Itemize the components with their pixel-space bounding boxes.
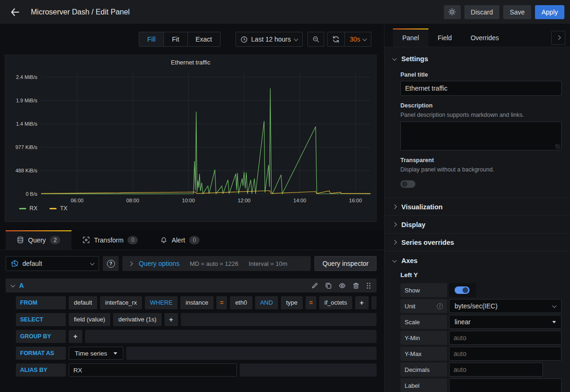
time-range-picker[interactable]: Last 12 hours (235, 32, 303, 47)
copy-icon[interactable] (325, 282, 332, 289)
where-operator[interactable]: = (216, 296, 228, 309)
ymax-input[interactable] (449, 347, 562, 361)
panel-title[interactable]: Ethernet traffic (5, 55, 376, 66)
fill-button[interactable]: Fill (139, 32, 164, 46)
from-label[interactable]: FROM (16, 296, 66, 309)
collapse-pane-button[interactable] (551, 31, 565, 45)
refresh-button[interactable] (328, 32, 344, 46)
select-label[interactable]: SELECT (16, 313, 66, 326)
legend-item-tx[interactable]: TX (50, 205, 67, 212)
tab-panel[interactable]: Panel (393, 29, 428, 47)
alert-count-badge: 0 (189, 236, 200, 244)
legend-item-rx[interactable]: RX (19, 205, 37, 212)
ymin-input[interactable] (449, 331, 562, 345)
info-icon: i (437, 303, 443, 309)
caret-down-icon (114, 352, 117, 355)
groupby-row: GROUP BY + (16, 330, 377, 343)
query-inspector-button[interactable]: Query inspector (314, 256, 377, 271)
apply-button[interactable]: Apply (535, 5, 564, 19)
add-select-part-button[interactable]: + (164, 313, 178, 326)
decimals-input[interactable] (449, 363, 543, 377)
transparent-toggle[interactable] (400, 180, 415, 188)
svg-text:12:00: 12:00 (238, 198, 251, 203)
back-button[interactable] (6, 3, 24, 21)
arrow-left-icon (10, 7, 20, 17)
where-tag2-segment[interactable]: type (281, 296, 303, 309)
description-textarea[interactable] (400, 121, 562, 150)
where-operator2[interactable]: = (306, 296, 317, 309)
refresh-interval-picker[interactable]: 30s (344, 32, 371, 46)
from-policy-segment[interactable]: default (69, 296, 97, 309)
refresh-icon (332, 36, 340, 43)
svg-text:16:00: 16:00 (349, 198, 362, 203)
panel-title-input[interactable] (400, 81, 562, 96)
app-header: Microserver Dash / Edit Panel Discard Sa… (0, 0, 570, 24)
select-field-segment[interactable]: field (value) (69, 313, 110, 326)
viz-toolbar: Fill Fit Exact Last 12 hours 3 (0, 24, 384, 47)
add-groupby-button[interactable]: + (69, 330, 82, 343)
select-derivative-segment[interactable]: derivative (1s) (113, 313, 162, 326)
datasource-help-button[interactable]: ? (103, 256, 119, 271)
gear-icon (448, 8, 456, 16)
query-options-toggle[interactable]: Query options MD = auto = 1226 Interval … (122, 256, 311, 271)
dashboard-settings-button[interactable] (444, 5, 461, 19)
chart-legend: RX TX (5, 205, 376, 212)
section-visualization[interactable]: Visualization (385, 198, 570, 216)
edit-icon[interactable] (312, 282, 318, 289)
exact-button[interactable]: Exact (188, 32, 220, 46)
section-display[interactable]: Display (385, 216, 570, 234)
query-toolbar: default ? Query options MD = auto = 1226… (6, 256, 377, 271)
tab-query[interactable]: Query 2 (6, 230, 71, 249)
axis-label-input[interactable] (449, 378, 562, 392)
section-settings[interactable]: Settings (385, 47, 570, 68)
chevron-right-icon (392, 240, 397, 245)
discard-button[interactable]: Discard (464, 5, 499, 19)
alias-input[interactable] (69, 363, 237, 377)
where-keyword[interactable]: WHERE (145, 296, 178, 309)
chevron-down-icon (90, 261, 95, 265)
time-range-label: Last 12 hours (251, 36, 291, 43)
from-measurement-segment[interactable]: interface_rx (100, 296, 142, 309)
section-series-overrides[interactable]: Series overrides (385, 234, 570, 251)
chevron-down-icon (392, 56, 397, 61)
section-axes[interactable]: Axes (385, 251, 570, 270)
add-condition-button[interactable]: + (355, 296, 369, 309)
alias-by-label[interactable]: ALIAS BY (16, 363, 66, 377)
question-circle-icon: ? (107, 260, 115, 268)
groupby-label[interactable]: GROUP BY (16, 330, 66, 343)
datasource-picker[interactable]: default (6, 256, 99, 271)
transparent-help: Display panel without a background. (400, 166, 562, 173)
tab-alert[interactable]: Alert 0 (149, 230, 211, 249)
where-value2-segment[interactable]: if_octets (319, 296, 352, 309)
ymax-row: Y-Max (400, 347, 562, 361)
query-a-header[interactable]: A (6, 278, 377, 292)
unit-select[interactable]: bytes/sec(IEC) (449, 299, 562, 313)
resize-grip[interactable] (556, 144, 560, 149)
tab-transform[interactable]: Transform 0 (71, 230, 149, 249)
fit-button[interactable]: Fit (164, 32, 188, 46)
show-label: Show (400, 283, 447, 297)
svg-text:10:00: 10:00 (182, 198, 195, 203)
format-as-select[interactable]: Time series (69, 347, 123, 360)
tab-overrides[interactable]: Overrides (461, 29, 508, 47)
svg-text:1.9 MiB/s: 1.9 MiB/s (16, 98, 37, 103)
scale-row: Scale linear (400, 315, 562, 329)
and-keyword[interactable]: AND (255, 296, 278, 309)
datasource-name: default (22, 260, 42, 267)
scale-select[interactable]: linear (449, 315, 562, 329)
eye-icon[interactable] (339, 282, 346, 289)
where-tag-segment[interactable]: instance (180, 296, 213, 309)
traffic-chart[interactable]: 06:0008:0010:0012:0014:0016:000 B/s488 K… (8, 68, 373, 205)
drag-handle-icon[interactable] (366, 282, 371, 289)
show-axis-toggle[interactable] (455, 286, 470, 294)
row-filler (371, 296, 377, 309)
trash-icon[interactable] (353, 282, 359, 289)
tab-field[interactable]: Field (428, 29, 461, 47)
zoom-out-button[interactable] (307, 32, 324, 47)
decimals-label: Decimals (400, 363, 447, 377)
where-value-segment[interactable]: eth0 (230, 296, 252, 309)
panel-options-body: Settings Panel title Description Panel d… (385, 47, 570, 392)
format-as-label[interactable]: FORMAT AS (16, 347, 66, 360)
save-button[interactable]: Save (503, 5, 531, 19)
settings-fields: Panel title Description Panel descriptio… (385, 71, 570, 197)
